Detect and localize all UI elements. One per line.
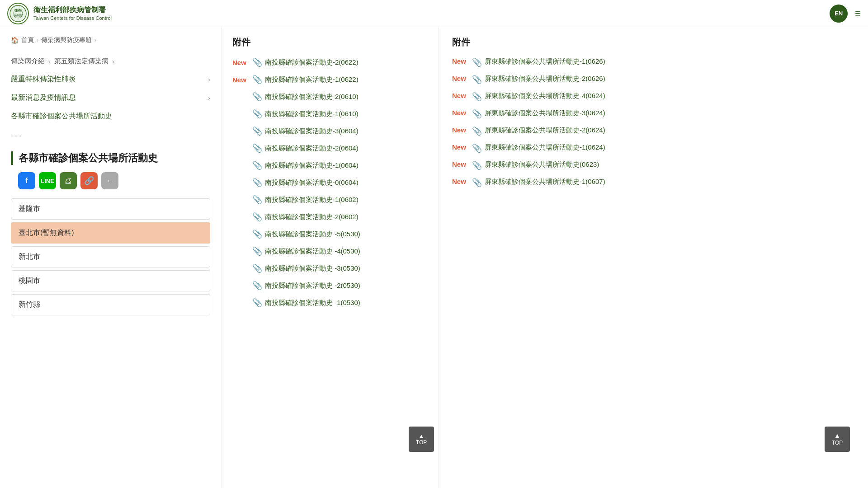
file-link[interactable]: 南投縣確診個案活動史 -2(0530) <box>265 282 360 290</box>
middle-file-item[interactable]: 📎南投縣確診個案活動史-2(0604) <box>232 141 427 155</box>
file-link[interactable]: 南投縣確診個案活動史 -5(0530) <box>265 230 360 239</box>
new-badge: New <box>452 75 469 82</box>
file-link[interactable]: 南投縣確診個案活動史-1(0610) <box>265 110 359 118</box>
middle-file-item[interactable]: New📎南投縣確診個案活動史-1(0622) <box>232 73 427 86</box>
new-badge: New <box>452 109 469 117</box>
file-link[interactable]: 屏東縣確診個案公共場所活動史-2(0624) <box>485 126 605 135</box>
right-file-list: New📎屏東縣確診個案公共場所活動史-1(0626)New📎屏東縣確診個案公共場… <box>452 56 854 189</box>
file-link[interactable]: 南投縣確診個案活動史 -4(0530) <box>265 247 360 256</box>
right-file-item[interactable]: New📎屏東縣確診個案公共場所活動史-1(0624) <box>452 141 854 155</box>
share-line-button[interactable]: LINE <box>39 172 56 189</box>
clip-icon: 📎 <box>252 57 262 67</box>
breadcrumb-sep1: › <box>37 37 38 43</box>
middle-file-item[interactable]: 📎南投縣確診個案活動史-2(0602) <box>232 210 427 224</box>
clip-icon: 📎 <box>252 195 262 205</box>
middle-file-item[interactable]: 📎南投縣確診個案活動史-3(0604) <box>232 124 427 138</box>
middle-file-item[interactable]: 📎南投縣確診個案活動史 -1(0530) <box>232 296 427 310</box>
middle-file-item[interactable]: 📎南投縣確診個案活動史 -5(0530) <box>232 227 427 241</box>
menu-icon[interactable]: ≡ <box>855 9 861 19</box>
right-file-item[interactable]: New📎屏東縣確診個案公共場所活動史(0623) <box>452 159 854 172</box>
clip-icon: 📎 <box>252 229 262 239</box>
right-file-item[interactable]: New📎屏東縣確診個案公共場所活動史-3(0624) <box>452 107 854 121</box>
nav-item-history[interactable]: 各縣市確診個案公共場所活動史 <box>11 107 210 126</box>
breadcrumb-level4[interactable]: 第五類法定傳染病 <box>54 57 108 66</box>
clip-icon: 📎 <box>472 75 482 84</box>
file-link[interactable]: 南投縣確診個案活動史-1(0602) <box>265 196 359 204</box>
clip-icon: 📎 <box>252 298 262 308</box>
new-badge: New <box>452 57 469 65</box>
middle-file-item[interactable]: 📎南投縣確診個案活動史-1(0602) <box>232 193 427 206</box>
city-item-taoyuan[interactable]: 桃園市 <box>11 270 210 291</box>
file-link[interactable]: 南投縣確診個案活動史-1(0622) <box>265 75 359 84</box>
city-list: 基隆市 臺北市(暫無資料) 新北市 桃園市 新竹縣 <box>11 198 210 315</box>
middle-file-item[interactable]: 📎南投縣確診個案活動史-1(0604) <box>232 159 427 172</box>
back-arrow-icon: ← <box>106 176 114 186</box>
middle-file-item[interactable]: 📎南投縣確診個案活動史-1(0610) <box>232 107 427 121</box>
share-print-button[interactable]: 🖨 <box>60 172 77 189</box>
city-item-newtaipei[interactable]: 新北市 <box>11 246 210 267</box>
right-file-item[interactable]: New📎屏東縣確診個案公共場所活動史-1(0626) <box>452 56 854 69</box>
share-facebook-button[interactable]: f <box>18 172 35 189</box>
logo-area: 衛生 福利部 衛生福利部疾病管制署 Taiwan Centers for Dis… <box>7 3 112 24</box>
middle-file-item[interactable]: New📎南投縣確診個案活動史-2(0622) <box>232 56 427 69</box>
breadcrumb: 🏠 首頁 › 傳染病與防疫專題 › <box>11 36 210 44</box>
clip-icon: 📎 <box>252 126 262 136</box>
file-link[interactable]: 南投縣確診個案活動史-3(0604) <box>265 127 359 136</box>
breadcrumb-arrow2: › <box>112 57 114 65</box>
right-file-item[interactable]: New📎屏東縣確診個案公共場所活動史-2(0626) <box>452 73 854 86</box>
new-badge: New <box>452 143 469 151</box>
file-link[interactable]: 屏東縣確診個案公共場所活動史-2(0626) <box>485 75 605 83</box>
file-link[interactable]: 南投縣確診個案活動史-2(0602) <box>265 213 359 221</box>
middle-file-item[interactable]: 📎南投縣確診個案活動史 -4(0530) <box>232 244 427 258</box>
nav-label-history: 各縣市確診個案公共場所活動史 <box>11 112 112 121</box>
breadcrumb-level2[interactable]: 傳染病與防疫專題 <box>41 36 92 44</box>
file-link[interactable]: 屏東縣確診個案公共場所活動史-1(0626) <box>485 57 605 66</box>
top-button[interactable]: ▲ TOP <box>825 427 850 452</box>
file-link[interactable]: 屏東縣確診個案公共場所活動史(0623) <box>485 160 599 169</box>
right-column: 附件 New📎屏東縣確診個案公共場所活動史-1(0626)New📎屏東縣確診個案… <box>439 27 868 488</box>
file-link[interactable]: 南投縣確診個案活動史 -1(0530) <box>265 299 360 307</box>
city-item-taipei[interactable]: 臺北市(暫無資料) <box>11 222 210 244</box>
file-link[interactable]: 屏東縣確診個案公共場所活動史-1(0624) <box>485 143 605 152</box>
file-link[interactable]: 南投縣確診個案活動史-1(0604) <box>265 161 359 170</box>
line-icon: LINE <box>41 178 54 184</box>
file-link[interactable]: 屏東縣確診個案公共場所活動史-3(0624) <box>485 109 605 117</box>
breadcrumb-home[interactable]: 首頁 <box>21 36 34 44</box>
clip-icon: 📎 <box>252 160 262 170</box>
file-link[interactable]: 南投縣確診個案活動史 -3(0530) <box>265 264 360 273</box>
file-link[interactable]: 南投縣確診個案活動史-0(0604) <box>265 178 359 187</box>
home-icon: 🏠 <box>11 37 19 44</box>
lang-button[interactable]: EN <box>830 5 848 23</box>
top-arrow-icon: ▲ <box>834 432 841 440</box>
file-link[interactable]: 南投縣確診個案活動史-2(0610) <box>265 93 359 101</box>
logo-en: Taiwan Centers for Disease Control <box>33 15 112 21</box>
page-title: 各縣市確診個案公共場所活動史 <box>11 151 210 165</box>
right-file-item[interactable]: New📎屏東縣確診個案公共場所活動史-2(0624) <box>452 124 854 138</box>
middle-file-item[interactable]: 📎南投縣確診個案活動史-0(0604) <box>232 176 427 189</box>
file-link[interactable]: 屏東縣確診個案公共場所活動史-1(0607) <box>485 178 605 186</box>
right-file-item[interactable]: New📎屏東縣確診個案公共場所活動史-4(0624) <box>452 90 854 103</box>
middle-column: 附件 New📎南投縣確診個案活動史-2(0622)New📎南投縣確診個案活動史-… <box>222 27 439 488</box>
nav-item-pandemic[interactable]: 嚴重特殊傳染性肺炎 › <box>11 70 210 89</box>
clip-icon: 📎 <box>252 246 262 256</box>
new-badge: New <box>452 178 469 185</box>
new-badge: New <box>452 92 469 99</box>
city-item-keelung[interactable]: 基隆市 <box>11 198 210 220</box>
share-back-button[interactable]: ← <box>101 172 118 189</box>
middle-file-item[interactable]: 📎南投縣確診個案活動史 -3(0530) <box>232 262 427 275</box>
new-badge: New <box>452 160 469 168</box>
middle-file-item[interactable]: 📎南投縣確診個案活動史 -2(0530) <box>232 279 427 292</box>
right-file-item[interactable]: New📎屏東縣確診個案公共場所活動史-1(0607) <box>452 176 854 189</box>
svg-text:福利部: 福利部 <box>14 14 23 17</box>
nav-item-news[interactable]: 最新消息及疫情訊息 › <box>11 89 210 107</box>
top-button-middle[interactable]: ▲ TOP <box>409 427 434 452</box>
middle-file-item[interactable]: 📎南投縣確診個案活動史-2(0610) <box>232 90 427 103</box>
file-link[interactable]: 南投縣確診個案活動史-2(0604) <box>265 144 359 153</box>
dots-separator: ··· <box>11 131 210 141</box>
breadcrumb-level3[interactable]: 傳染病介紹 <box>11 57 45 66</box>
file-link[interactable]: 屏東縣確診個案公共場所活動史-4(0624) <box>485 92 605 100</box>
city-item-hsinchu[interactable]: 新竹縣 <box>11 294 210 315</box>
share-link-button[interactable]: 🔗 <box>80 172 98 189</box>
print-icon: 🖨 <box>64 176 72 186</box>
file-link[interactable]: 南投縣確診個案活動史-2(0622) <box>265 58 359 67</box>
